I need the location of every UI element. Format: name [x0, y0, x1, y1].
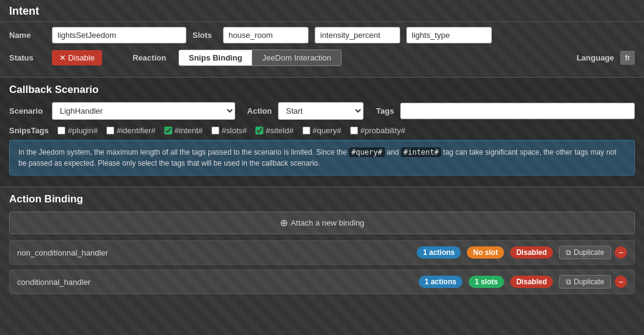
status-reaction-row: Status ✕ Disable Reaction Snips Binding … [9, 50, 635, 66]
info-code-query: #query# [349, 147, 385, 157]
intent-header: Intent [0, 0, 644, 22]
tag-identifier-checkbox[interactable] [106, 127, 114, 134]
action-binding-section: Action Binding ⊕ Attach a new binding no… [0, 187, 644, 305]
tag-plugin: #plugin# [57, 126, 98, 135]
tab-jeedom-interaction[interactable]: JeeDom Interaction [252, 50, 341, 65]
status-badge-2: Disabled [510, 276, 553, 288]
tab-snips-binding[interactable]: Snips Binding [179, 50, 252, 65]
slots-label: Slots [192, 31, 217, 40]
slot1-input[interactable] [223, 27, 309, 43]
tag-siteid: #siteId# [255, 126, 294, 135]
callback-title: Callback Scenario [9, 84, 635, 96]
action-label: Action [241, 106, 272, 116]
duplicate-button-2[interactable]: ⧉ Duplicate [559, 275, 611, 289]
info-text-before: In the Jeedom system, the maximum length… [18, 148, 349, 156]
intent-section: Name Slots Status ✕ Disable Reaction Sni… [0, 22, 644, 77]
scenario-select[interactable]: LighHandler [52, 102, 235, 120]
name-label: Name [9, 31, 46, 40]
tag-plugin-checkbox[interactable] [57, 127, 65, 134]
slot-badge-1: No slot [467, 246, 504, 259]
language-label: Language [577, 53, 614, 62]
slot2-input[interactable] [315, 27, 400, 43]
actions-badge-2: 1 actions [419, 276, 463, 288]
actions-badge-1: 1 actions [417, 246, 461, 259]
tag-slots: #slots# [211, 126, 247, 135]
attach-btn-label: Attach a new binding [291, 218, 365, 227]
tag-intent-label: #intent# [175, 126, 203, 135]
intent-title: Intent [9, 5, 39, 17]
plus-icon: ⊕ [280, 217, 288, 229]
reaction-tabs: Snips Binding JeeDom Interaction [178, 50, 342, 66]
callback-section: Callback Scenario Scenario LighHandler A… [0, 77, 644, 187]
tag-siteid-checkbox[interactable] [255, 127, 263, 134]
tag-probability: #probability# [350, 126, 406, 135]
tag-probability-checkbox[interactable] [350, 127, 358, 134]
tag-intent: #intent# [164, 126, 203, 135]
binding-actions-2: ⧉ Duplicate − [559, 275, 627, 289]
tag-intent-checkbox[interactable] [164, 127, 172, 134]
binding-actions-1: ⧉ Duplicate − [559, 246, 627, 259]
tag-query-checkbox[interactable] [302, 127, 310, 134]
remove-button-1[interactable]: − [615, 246, 627, 259]
status-label: Status [9, 53, 46, 62]
duplicate-icon-2: ⧉ [566, 278, 571, 286]
slot-badge-2: 1 slots [469, 276, 504, 288]
binding-name-2: conditionnal_handler [17, 278, 412, 287]
tag-probability-label: #probability# [360, 126, 406, 135]
status-badge-1: Disabled [510, 246, 553, 259]
scenario-action-row: Scenario LighHandler Action Start Tags [9, 102, 635, 120]
action-select[interactable]: Start [278, 102, 364, 120]
snips-tags-row: SnipsTags #plugin# #identifier# #intent#… [9, 126, 635, 135]
snips-tags-label: SnipsTags [9, 126, 49, 135]
tag-query-label: #query# [313, 126, 342, 135]
language-badge: fr [620, 51, 635, 65]
scenario-label: Scenario [9, 106, 46, 116]
duplicate-icon-1: ⧉ [566, 248, 571, 257]
action-binding-title: Action Binding [9, 193, 635, 205]
slot3-input[interactable] [406, 27, 492, 43]
duplicate-button-1[interactable]: ⧉ Duplicate [559, 246, 611, 259]
tag-identifier-label: #identifier# [117, 126, 156, 135]
info-code-intent: #intent# [401, 147, 441, 157]
binding-row-2: conditionnal_handler 1 actions 1 slots D… [9, 270, 635, 294]
tags-input[interactable] [400, 103, 635, 119]
disable-button[interactable]: ✕ Disable [52, 50, 102, 65]
info-box: In the Jeedom system, the maximum length… [9, 140, 635, 175]
remove-button-2[interactable]: − [615, 276, 627, 288]
name-input[interactable] [52, 27, 186, 43]
tag-query: #query# [302, 126, 342, 135]
tag-siteid-label: #siteId# [266, 126, 294, 135]
tags-label: Tags [370, 106, 394, 116]
attach-button[interactable]: ⊕ Attach a new binding [9, 212, 635, 234]
binding-row-1: non_conditionnal_handler 1 actions No sl… [9, 240, 635, 265]
tag-slots-checkbox[interactable] [211, 127, 219, 134]
tag-identifier: #identifier# [106, 126, 156, 135]
binding-name-1: non_conditionnal_handler [17, 248, 411, 257]
tag-plugin-label: #plugin# [68, 126, 98, 135]
name-slots-row: Name Slots [9, 27, 635, 43]
tag-slots-label: #slots# [222, 126, 247, 135]
reaction-label: Reaction [133, 53, 172, 62]
info-text-and: and [385, 148, 401, 156]
